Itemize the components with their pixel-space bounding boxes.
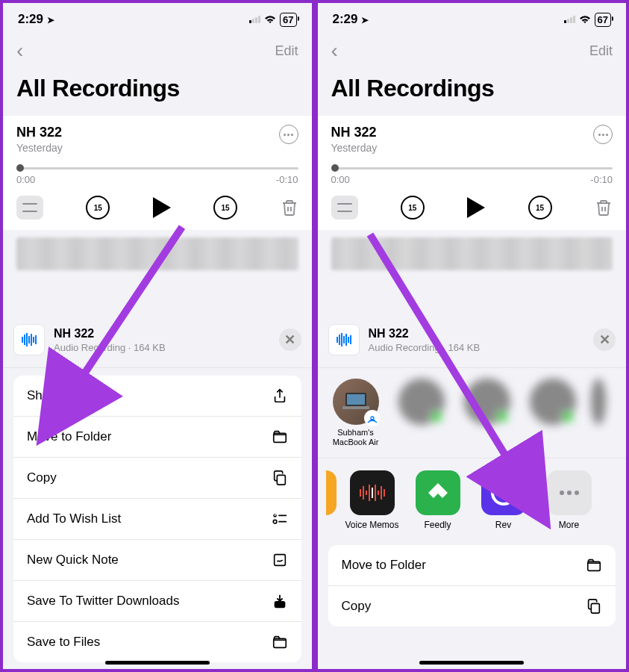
svg-point-24 [499,488,508,497]
svg-rect-11 [347,394,365,405]
airdrop-contact[interactable] [394,379,449,447]
close-button[interactable]: ✕ [279,329,301,351]
battery-icon: 67 [595,13,611,27]
phone-left: 2:29 ➤ 67 ‹ Edit All Recordings NH 322 Y… [0,0,315,672]
add-to-wishlist-item[interactable]: Add To Wish List [13,499,301,540]
menu-group: Share Move to Folder Copy Add To Wish Li… [13,376,301,662]
svg-rect-6 [274,555,285,566]
svg-point-13 [371,417,374,420]
svg-rect-5 [278,521,287,523]
close-button[interactable]: ✕ [593,329,616,351]
signal-icon [564,16,575,23]
home-indicator[interactable] [419,661,524,665]
svg-rect-26 [591,604,599,614]
recording-name: NH 322 [331,125,378,140]
airdrop-macbook[interactable]: Subham's MacBook Air [328,379,384,447]
playback-slider[interactable] [331,167,613,169]
blurred-row [16,237,298,270]
phone-right: 2:29 ➤ 67 ‹ Edit All Recordings NH 322 Y… [315,0,630,672]
options-button[interactable] [16,196,43,220]
airdrop-row: Subham's MacBook Air [318,368,627,458]
move-to-folder-item[interactable]: Move to Folder [13,417,301,458]
nav-bar: ‹ Edit [318,33,627,67]
download-icon [272,593,288,609]
app-more[interactable]: More [542,470,597,530]
app-row: Voice Memos Feedly Rev More [318,458,627,542]
battery-icon: 67 [280,13,296,27]
trash-button[interactable] [595,199,613,217]
signal-icon [249,16,260,23]
time-start: 0:00 [331,174,350,185]
folder-icon [272,429,288,445]
svg-point-4 [273,520,277,523]
new-quick-note-item[interactable]: New Quick Note [13,540,301,581]
time-end: -0:10 [590,174,613,185]
wishlist-icon [272,511,288,527]
note-icon [272,552,288,568]
audio-file-icon [13,324,45,355]
share-item[interactable]: Share [13,376,301,417]
skip-back-button[interactable]: 15 [86,196,110,220]
recording-date: Yesterday [331,142,378,154]
airdrop-contact[interactable] [460,379,515,447]
move-to-folder-item[interactable]: Move to Folder [328,545,616,586]
back-button[interactable]: ‹ [16,39,23,63]
copy-item[interactable]: Copy [13,458,301,499]
page-title: All Recordings [318,67,627,116]
copy-icon [586,598,602,615]
recording-card: NH 322 Yesterday 0:00 -0:10 15 15 [3,116,312,230]
app-rev[interactable]: Rev [476,470,531,530]
recording-name: NH 322 [16,125,63,140]
app-partial-left[interactable] [328,470,334,530]
trash-button[interactable] [281,199,298,217]
skip-forward-button[interactable]: 15 [213,196,237,220]
svg-rect-7 [274,601,285,608]
status-bar: 2:29 ➤ 67 [318,3,627,33]
action-sheet: NH 322 Audio Recording · 164 KB ✕ Share … [3,311,312,669]
playback-slider[interactable] [16,167,298,169]
status-bar: 2:29 ➤ 67 [3,3,312,33]
edit-button[interactable]: Edit [589,43,613,59]
back-button[interactable]: ‹ [331,39,338,63]
audio-file-icon [328,324,360,355]
app-voice-memos[interactable]: Voice Memos [345,470,400,530]
airdrop-contact[interactable] [591,379,606,447]
nav-bar: ‹ Edit [3,33,312,67]
share-icon [272,388,288,404]
more-button[interactable] [593,125,613,144]
save-to-twitter-item[interactable]: Save To Twitter Downloads [13,581,301,622]
home-indicator[interactable] [105,661,210,665]
wifi-icon [578,14,592,25]
time-end: -0:10 [276,174,298,185]
share-sheet: NH 322 Audio Recording · 164 KB ✕ Subham… [318,311,627,669]
svg-rect-1 [277,475,285,485]
folder-icon [586,557,602,573]
recording-card: NH 322 Yesterday 0:00 -0:10 15 15 [318,116,627,230]
menu-group: Move to Folder Copy [328,545,616,626]
save-to-files-item[interactable]: Save to Files [13,622,301,662]
blurred-row [331,237,613,270]
status-time: 2:29 ➤ [333,12,369,27]
sheet-file-name: NH 322 [54,327,166,340]
more-button[interactable] [279,125,298,144]
copy-item[interactable]: Copy [328,586,616,626]
recording-date: Yesterday [16,142,63,154]
airdrop-contact[interactable] [525,379,581,447]
svg-rect-3 [278,515,287,517]
edit-button[interactable]: Edit [275,43,298,59]
page-title: All Recordings [3,67,312,116]
options-button[interactable] [331,196,358,220]
files-icon [272,634,288,650]
svg-rect-12 [342,406,369,409]
app-feedly[interactable]: Feedly [410,470,466,530]
copy-icon [272,470,288,486]
play-button[interactable] [467,197,485,218]
sheet-file-meta: Audio Recording · 164 KB [369,342,481,353]
skip-back-button[interactable]: 15 [401,196,425,220]
skip-forward-button[interactable]: 15 [528,196,552,220]
play-button[interactable] [153,197,171,218]
sheet-file-meta: Audio Recording · 164 KB [54,342,166,353]
status-time: 2:29 ➤ [18,12,54,27]
sheet-file-name: NH 322 [369,327,481,340]
time-start: 0:00 [16,174,35,185]
